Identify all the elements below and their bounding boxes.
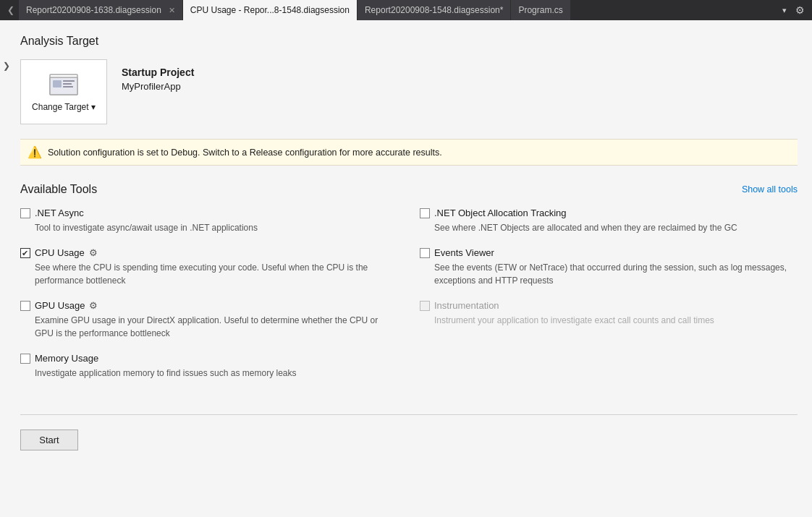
tool-cpu-usage-header: ✔ CPU Usage ⚙	[20, 247, 398, 258]
svg-rect-5	[63, 86, 73, 87]
tab-label: Program.cs	[518, 5, 562, 15]
bottom-section: Start	[20, 414, 798, 450]
target-area: Change Target ▾ Startup Project MyProfil…	[20, 59, 798, 124]
settings-icon[interactable]: ⚙	[791, 4, 809, 16]
tool-grid-placeholder	[420, 353, 798, 380]
tool-cpu-usage-desc: See where the CPU is spending time execu…	[20, 261, 398, 287]
tool-memory-usage-name: Memory Usage	[35, 353, 98, 364]
target-info: Startup Project MyProfilerApp	[122, 59, 194, 92]
tool-events-viewer-desc: See the events (ETW or NetTrace) that oc…	[420, 261, 798, 287]
tab-overflow-button[interactable]: ▾	[778, 6, 791, 15]
checkmark-icon: ✔	[22, 249, 29, 257]
tool-gpu-usage-checkbox[interactable]	[20, 301, 30, 311]
target-name-value: MyProfilerApp	[122, 81, 194, 92]
tool-instrumentation-header: Instrumentation	[420, 300, 798, 311]
tool-memory-usage-header: Memory Usage	[20, 353, 398, 364]
svg-rect-2	[53, 80, 62, 87]
tab-diagsession-1548[interactable]: Report20200908-1548.diagsession*	[358, 0, 511, 20]
start-button[interactable]: Start	[20, 430, 78, 450]
tool-dotnet-object: .NET Object Allocation Tracking See wher…	[420, 208, 798, 234]
change-target-label: Change Target ▾	[32, 102, 96, 112]
tool-dotnet-async-checkbox[interactable]	[20, 208, 30, 218]
tool-cpu-usage-gear-icon[interactable]: ⚙	[89, 247, 98, 258]
tab-close-icon[interactable]: ✕	[169, 6, 175, 15]
tab-overflow-area: ▾ ⚙	[778, 4, 809, 16]
tab-label: Report20200908-1638.diagsession	[26, 5, 161, 15]
show-all-tools-link[interactable]: Show all tools	[742, 184, 798, 195]
tool-gpu-usage-desc: Examine GPU usage in your DirectX applic…	[20, 314, 398, 340]
tool-instrumentation-name: Instrumentation	[434, 300, 499, 311]
tool-events-viewer: Events Viewer See the events (ETW or Net…	[420, 247, 798, 287]
analysis-target-title: Analysis Target	[20, 35, 798, 48]
tool-dotnet-object-desc: See where .NET Objects are allocated and…	[420, 221, 798, 234]
tool-events-viewer-header: Events Viewer	[420, 247, 798, 258]
tool-dotnet-object-header: .NET Object Allocation Tracking	[420, 208, 798, 218]
tool-instrumentation: Instrumentation Instrument your applicat…	[420, 300, 798, 340]
tool-gpu-usage-gear-icon[interactable]: ⚙	[89, 300, 98, 311]
main-layout: ❯ Analysis Target Change Target ▾	[0, 20, 812, 517]
change-target-button[interactable]: Change Target ▾	[20, 59, 107, 124]
tool-events-viewer-checkbox[interactable]	[420, 248, 430, 258]
tab-label: Report20200908-1548.diagsession*	[365, 5, 503, 15]
tab-bar: ❮ Report20200908-1638.diagsession ✕ CPU …	[0, 0, 812, 20]
tool-dotnet-async-desc: Tool to investigate async/await usage in…	[20, 221, 398, 234]
warning-bar: ⚠️ Solution configuration is set to Debu…	[20, 139, 798, 166]
main-content: Analysis Target Change Target ▾ Startup …	[13, 20, 812, 517]
target-type-label: Startup Project	[122, 67, 194, 78]
tool-gpu-usage-name: GPU Usage	[35, 300, 85, 311]
tool-cpu-usage-checkbox[interactable]: ✔	[20, 248, 30, 258]
tab-program-cs[interactable]: Program.cs	[511, 0, 570, 20]
warning-message: Solution configuration is set to Debug. …	[48, 148, 442, 158]
tool-dotnet-async: .NET Async Tool to investigate async/awa…	[20, 208, 398, 234]
expand-panel-icon[interactable]: ❯	[3, 61, 10, 71]
tab-label: CPU Usage - Repor...8-1548.diagsession	[190, 5, 350, 15]
change-target-icon	[49, 72, 78, 98]
warning-icon: ⚠️	[28, 145, 42, 159]
available-tools-title: Available Tools	[20, 183, 97, 196]
tab-diagsession-1638[interactable]: Report20200908-1638.diagsession ✕	[19, 0, 183, 20]
tool-cpu-usage-name: CPU Usage	[35, 247, 85, 258]
tool-dotnet-object-checkbox[interactable]	[420, 208, 430, 218]
tool-dotnet-async-header: .NET Async	[20, 208, 398, 218]
tab-cpu-usage[interactable]: CPU Usage - Repor...8-1548.diagsession	[183, 0, 358, 20]
tools-grid: .NET Async Tool to investigate async/awa…	[20, 208, 798, 393]
tool-gpu-usage: GPU Usage ⚙ Examine GPU usage in your Di…	[20, 300, 398, 340]
tool-gpu-usage-header: GPU Usage ⚙	[20, 300, 398, 311]
tool-memory-usage: Memory Usage Investigate application mem…	[20, 353, 398, 380]
sidebar-panel: ❯	[0, 20, 13, 517]
tool-memory-usage-desc: Investigate application memory to find i…	[20, 367, 398, 380]
tool-cpu-usage: ✔ CPU Usage ⚙ See where the CPU is spend…	[20, 247, 398, 287]
tool-memory-usage-checkbox[interactable]	[20, 354, 30, 364]
tab-scroll-left[interactable]: ❮	[3, 5, 19, 15]
tool-instrumentation-desc: Instrument your application to investiga…	[420, 314, 798, 327]
tool-events-viewer-name: Events Viewer	[434, 247, 494, 258]
tool-dotnet-object-name: .NET Object Allocation Tracking	[434, 208, 567, 218]
svg-rect-4	[63, 83, 72, 85]
svg-rect-3	[63, 80, 75, 82]
available-tools-header: Available Tools Show all tools	[20, 183, 798, 196]
tool-instrumentation-checkbox[interactable]	[420, 301, 430, 311]
tool-dotnet-async-name: .NET Async	[35, 208, 84, 218]
